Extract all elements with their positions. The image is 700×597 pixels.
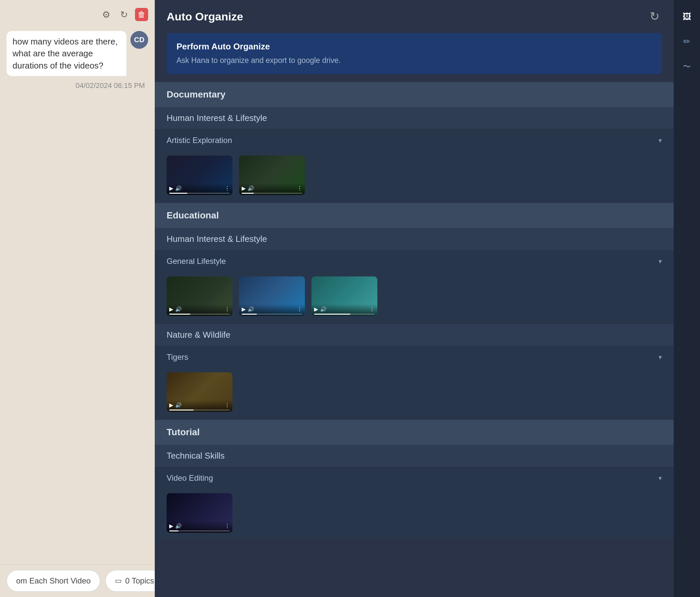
progress-bar <box>242 193 302 194</box>
progress-bar <box>169 314 230 315</box>
chevron-icon: ▾ <box>658 353 662 361</box>
play-icon[interactable]: ▶ <box>314 306 318 312</box>
subsection-video-editing-header[interactable]: Video Editing ▾ <box>155 468 674 488</box>
sidebar-right: 🖼 ✏ 〜 <box>674 0 700 597</box>
video-thumb[interactable]: ▶ 🔊 ⋮ <box>239 156 305 195</box>
subcategory-hil-1: Human Interest & Lifestyle <box>155 107 674 129</box>
volume-icon[interactable]: 🔊 <box>248 185 254 191</box>
video-grid-general-lifestyle: ▶ 🔊 ⋮ ▶ 🔊 <box>155 271 674 323</box>
volume-icon[interactable]: 🔊 <box>175 523 182 529</box>
video-thumb[interactable]: ▶ 🔊 ⋮ <box>167 156 232 195</box>
message-text: how many videos are there, what are the … <box>12 37 118 71</box>
play-icon[interactable]: ▶ <box>242 306 246 312</box>
category-header-tutorial: Tutorial <box>155 420 674 445</box>
sidebar-icon-edit[interactable]: ✏ <box>680 34 694 49</box>
volume-icon[interactable]: 🔊 <box>248 306 254 312</box>
perform-card-desc: Ask Hana to organize and export to googl… <box>176 55 652 66</box>
progress-bar <box>169 409 230 410</box>
right-panel: Auto Organize ↻ Perform Auto Organize As… <box>155 0 674 597</box>
video-thumb[interactable]: ▶ 🔊 ⋮ <box>239 277 305 316</box>
subcategory-nature-wildlife: Nature & Wildlife <box>155 324 674 346</box>
more-icon[interactable]: ⋮ <box>225 306 230 312</box>
subsection-general-lifestyle-header[interactable]: General Lifestyle ▾ <box>155 252 674 271</box>
subsection-video-editing: Video Editing ▾ ▶ 🔊 ⋮ <box>155 468 674 539</box>
volume-icon[interactable]: 🔊 <box>175 306 182 312</box>
ao-content: Documentary Human Interest & Lifestyle A… <box>155 82 674 597</box>
video-controls: ▶ 🔊 ⋮ <box>239 304 305 316</box>
video-thumb[interactable]: ▶ 🔊 ⋮ <box>167 493 232 533</box>
video-grid-video-editing: ▶ 🔊 ⋮ <box>155 488 674 539</box>
settings-icon: ⚙ <box>102 9 110 20</box>
play-icon[interactable]: ▶ <box>169 402 173 408</box>
play-icon[interactable]: ▶ <box>169 523 173 529</box>
refresh-icon: ↻ <box>120 9 128 20</box>
progress-fill <box>242 193 254 194</box>
more-icon[interactable]: ⋮ <box>297 185 302 191</box>
progress-bar <box>169 530 230 531</box>
play-icon[interactable]: ▶ <box>169 306 173 312</box>
ao-refresh-button[interactable]: ↻ <box>647 9 662 24</box>
short-video-button[interactable]: om Each Short Video <box>6 570 100 592</box>
more-icon[interactable]: ⋮ <box>370 306 375 312</box>
refresh-button[interactable]: ↻ <box>117 8 130 21</box>
video-controls: ▶ 🔊 ⋮ <box>167 521 232 533</box>
video-controls: ▶ 🔊 ⋮ <box>167 304 232 316</box>
play-icon[interactable]: ▶ <box>169 185 173 191</box>
chevron-icon: ▾ <box>658 474 662 482</box>
more-icon[interactable]: ⋮ <box>225 402 230 408</box>
settings-button[interactable]: ⚙ <box>99 8 112 21</box>
video-thumb[interactable]: ▶ 🔊 ⋮ <box>311 277 377 316</box>
volume-icon[interactable]: 🔊 <box>175 402 182 408</box>
chevron-icon: ▾ <box>658 136 662 144</box>
ao-title: Auto Organize <box>167 10 243 23</box>
subcategory-hil-2: Human Interest & Lifestyle <box>155 228 674 250</box>
more-icon[interactable]: ⋮ <box>225 523 230 529</box>
message-bubble: how many videos are there, what are the … <box>6 31 126 76</box>
top-bar: ⚙ ↻ 🗑 <box>0 0 155 24</box>
progress-fill <box>169 409 194 410</box>
category-tutorial: Tutorial Technical Skills Video Editing … <box>155 420 674 539</box>
chat-area: how many videos are there, what are the … <box>0 24 155 565</box>
avatar: CD <box>130 31 148 49</box>
video-controls: ▶ 🔊 ⋮ <box>239 183 305 195</box>
progress-fill <box>169 193 188 194</box>
video-controls: ▶ 🔊 ⋮ <box>311 304 377 316</box>
subsection-tigers-header[interactable]: Tigers ▾ <box>155 347 674 367</box>
bottom-toolbar: om Each Short Video ▭ 0 Topics Highlight… <box>0 565 155 597</box>
progress-fill <box>314 314 350 315</box>
subsection-general-lifestyle: General Lifestyle ▾ ▶ 🔊 ⋮ <box>155 252 674 323</box>
short-video-label: om Each Short Video <box>16 576 91 586</box>
edit-icon: ✏ <box>683 37 691 47</box>
ao-header: Auto Organize ↻ <box>155 0 674 33</box>
progress-bar <box>169 193 230 194</box>
category-documentary: Documentary Human Interest & Lifestyle A… <box>155 82 674 201</box>
progress-fill <box>169 530 178 531</box>
category-header-documentary: Documentary <box>155 82 674 107</box>
video-grid-tigers: ▶ 🔊 ⋮ <box>155 367 674 419</box>
sidebar-icon-analytics[interactable]: 〜 <box>680 59 694 74</box>
delete-button[interactable]: 🗑 <box>135 8 148 21</box>
volume-icon[interactable]: 🔊 <box>320 306 327 312</box>
sidebar-icon-image[interactable]: 🖼 <box>680 9 694 24</box>
left-panel: ⚙ ↻ 🗑 how many videos are there, what ar… <box>0 0 155 597</box>
video-icon: ▭ <box>115 577 122 585</box>
video-thumb[interactable]: ▶ 🔊 ⋮ <box>167 372 232 412</box>
subsection-artistic-header[interactable]: Artistic Exploration ▾ <box>155 130 674 150</box>
image-icon: 🖼 <box>682 11 691 22</box>
chevron-icon: ▾ <box>658 257 662 265</box>
user-message: how many videos are there, what are the … <box>6 31 148 76</box>
perform-card[interactable]: Perform Auto Organize Ask Hana to organi… <box>167 33 662 74</box>
ao-refresh-icon: ↻ <box>650 9 659 23</box>
more-icon[interactable]: ⋮ <box>297 306 302 312</box>
video-controls: ▶ 🔊 ⋮ <box>167 183 232 195</box>
subcategory-technical-skills: Technical Skills <box>155 445 674 467</box>
volume-icon[interactable]: 🔊 <box>175 185 182 191</box>
video-thumb[interactable]: ▶ 🔊 ⋮ <box>167 277 232 316</box>
subsection-artistic: Artistic Exploration ▾ ▶ 🔊 ⋮ <box>155 130 674 201</box>
progress-bar <box>314 314 375 315</box>
timestamp: 04/02/2024 06:15 PM <box>6 81 148 90</box>
play-icon[interactable]: ▶ <box>242 185 246 191</box>
more-icon[interactable]: ⋮ <box>225 185 230 191</box>
perform-card-title: Perform Auto Organize <box>176 42 652 52</box>
category-header-educational: Educational <box>155 203 674 228</box>
